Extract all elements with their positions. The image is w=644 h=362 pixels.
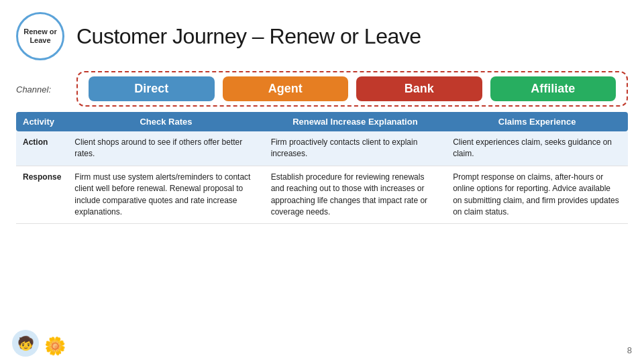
header-row: Renew or Leave Customer Journey – Renew … bbox=[16, 12, 628, 60]
action-renewal: Firm proactively contacts client to expl… bbox=[264, 131, 447, 166]
channel-affiliate: Affiliate bbox=[490, 76, 616, 101]
channel-bank: Bank bbox=[356, 76, 482, 101]
page-number: 8 bbox=[627, 345, 632, 355]
table-header-row: Activity Check Rates Renewal Increase Ex… bbox=[16, 112, 628, 131]
child-icon: 🧒 bbox=[12, 330, 39, 357]
bottom-icons: 🧒 🌼 bbox=[12, 330, 66, 357]
channel-direct: Direct bbox=[89, 76, 215, 101]
col-header-check-rates: Check Rates bbox=[68, 112, 264, 131]
table-row: Action Client shops around to see if oth… bbox=[16, 131, 628, 166]
response-label: Response bbox=[16, 166, 68, 224]
action-label: Action bbox=[16, 131, 68, 166]
journey-table: Activity Check Rates Renewal Increase Ex… bbox=[16, 112, 628, 224]
action-check-rates: Client shops around to see if others off… bbox=[68, 131, 264, 166]
response-claims: Prompt response on claims, after-hours o… bbox=[446, 166, 628, 224]
action-claims: Client experiences claim, seeks guidance… bbox=[446, 131, 628, 166]
response-check-rates: Firm must use system alerts/reminders to… bbox=[68, 166, 264, 224]
table-wrapper: Activity Check Rates Renewal Increase Ex… bbox=[16, 112, 628, 354]
channel-label: Channel: bbox=[16, 84, 51, 94]
renew-leave-circle: Renew or Leave bbox=[16, 12, 64, 60]
channel-agent: Agent bbox=[223, 76, 349, 101]
channel-row: Channel: Direct Agent Bank Affiliate bbox=[16, 71, 628, 107]
table-row: Response Firm must use system alerts/rem… bbox=[16, 166, 628, 224]
col-header-renewal: Renewal Increase Explanation bbox=[264, 112, 447, 131]
channels-wrapper: Direct Agent Bank Affiliate bbox=[76, 71, 628, 107]
response-renewal: Establish procedure for reviewing renewa… bbox=[264, 166, 447, 224]
circle-text: Renew or Leave bbox=[22, 27, 58, 45]
col-header-claims: Claims Experience bbox=[446, 112, 628, 131]
flower-icon: 🌼 bbox=[44, 336, 66, 357]
page-container: Renew or Leave Customer Journey – Renew … bbox=[0, 0, 644, 362]
page-title: Customer Journey – Renew or Leave bbox=[76, 24, 421, 49]
col-header-activity: Activity bbox=[16, 112, 68, 131]
